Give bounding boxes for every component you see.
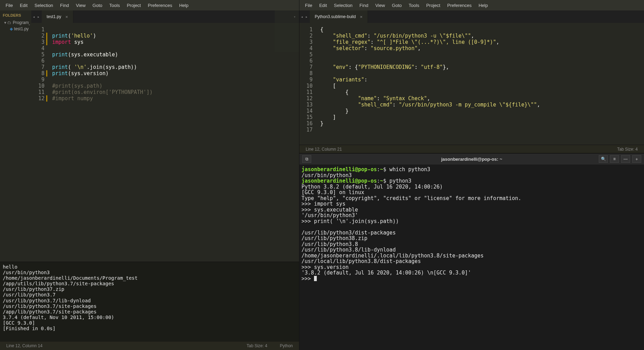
menubar-left: File Edit Selection Find View Goto Tools… <box>0 0 299 10</box>
sidebar-folder-label: Program_tes <box>13 20 30 25</box>
menu-file[interactable]: File <box>301 1 316 10</box>
terminal-title: jasonberardinelli@pop-os: ~ <box>441 157 502 162</box>
close-icon[interactable]: × <box>360 14 363 19</box>
terminal-titlebar: ⧉ jasonberardinelli@pop-os: ~ 🔍 ≡ — ＋ <box>299 153 644 165</box>
code-editor-left[interactable]: 123456789101112 print('hello')import sys… <box>31 23 299 262</box>
statusbar-right: Line 12, Column 21 Tab Size: 4 <box>299 145 644 153</box>
sidebar: FOLDERS 🗀 Program_tes ◆ test1.py <box>0 10 31 262</box>
menu-tools[interactable]: Tools <box>106 1 123 10</box>
terminal-body[interactable]: jasonberardinelli@pop-os:~$ which python… <box>299 165 644 350</box>
menu-view[interactable]: View <box>72 1 89 10</box>
minimap[interactable] <box>275 23 299 52</box>
menu-edit[interactable]: Edit <box>16 1 31 10</box>
menu-edit[interactable]: Edit <box>316 1 330 10</box>
close-icon[interactable]: × <box>65 14 68 19</box>
sublime-window-left: File Edit Selection Find View Goto Tools… <box>0 0 299 350</box>
terminal-new-tab-button[interactable]: ⧉ <box>302 155 311 163</box>
sidebar-folder[interactable]: 🗀 Program_tes <box>1 19 30 26</box>
menu-find[interactable]: Find <box>356 1 372 10</box>
minimize-icon[interactable]: — <box>621 155 630 163</box>
menu-help[interactable]: Help <box>176 1 192 10</box>
tab-row-left: ◂ ▸ test1.py × ▾ <box>31 10 299 23</box>
sidebar-file[interactable]: ◆ test1.py <box>1 26 30 32</box>
tab-label: test1.py <box>47 14 61 19</box>
search-icon[interactable]: 🔍 <box>599 155 608 163</box>
status-position: Line 12, Column 21 <box>306 147 342 152</box>
tab-build-file[interactable]: Python3.sublime-build × <box>310 10 368 23</box>
menu-project[interactable]: Project <box>423 1 444 10</box>
build-output-panel[interactable]: hello /usr/bin/python3 /home/jasonberard… <box>0 262 299 342</box>
menubar-right: File Edit Selection Find View Goto Tools… <box>299 0 644 10</box>
menu-preferences[interactable]: Preferences <box>444 1 475 10</box>
terminal-window: ⧉ jasonberardinelli@pop-os: ~ 🔍 ≡ — ＋ ja… <box>299 153 644 350</box>
menu-selection[interactable]: Selection <box>31 1 56 10</box>
code-editor-right[interactable]: 1234567891011121314151617 { "shell_cmd":… <box>299 23 644 145</box>
menu-project[interactable]: Project <box>123 1 144 10</box>
sidebar-file-label: test1.py <box>14 26 29 31</box>
tab-row-right: ◂ ▸ Python3.sublime-build × <box>299 10 644 23</box>
status-position: Line 12, Column 14 <box>6 343 42 348</box>
menu-selection[interactable]: Selection <box>330 1 356 10</box>
right-column: File Edit Selection Find View Goto Tools… <box>299 0 644 350</box>
menu-goto[interactable]: Goto <box>388 1 405 10</box>
tab-test1[interactable]: test1.py × <box>42 10 73 23</box>
tab-nav-arrows-icon[interactable]: ◂ ▸ <box>299 15 310 19</box>
sidebar-title: FOLDERS <box>1 13 30 19</box>
menu-preferences[interactable]: Preferences <box>144 1 176 10</box>
new-window-icon[interactable]: ＋ <box>632 155 641 163</box>
menu-file[interactable]: File <box>2 1 16 10</box>
menu-help[interactable]: Help <box>475 1 491 10</box>
menu-view[interactable]: View <box>372 1 388 10</box>
menu-goto[interactable]: Goto <box>89 1 106 10</box>
sublime-window-right: File Edit Selection Find View Goto Tools… <box>299 0 644 153</box>
menu-find[interactable]: Find <box>57 1 72 10</box>
status-tabsize[interactable]: Tab Size: 4 <box>617 147 638 152</box>
status-tabsize[interactable]: Tab Size: 4 <box>247 343 267 348</box>
status-syntax[interactable]: Python <box>280 343 293 348</box>
tab-label: Python3.sublime-build <box>315 14 356 19</box>
menu-tools[interactable]: Tools <box>405 1 422 10</box>
tab-nav-arrows-icon[interactable]: ◂ ▸ <box>31 15 42 19</box>
hamburger-icon[interactable]: ≡ <box>610 155 619 163</box>
statusbar-left: Line 12, Column 14 Tab Size: 4 Python <box>0 342 299 350</box>
